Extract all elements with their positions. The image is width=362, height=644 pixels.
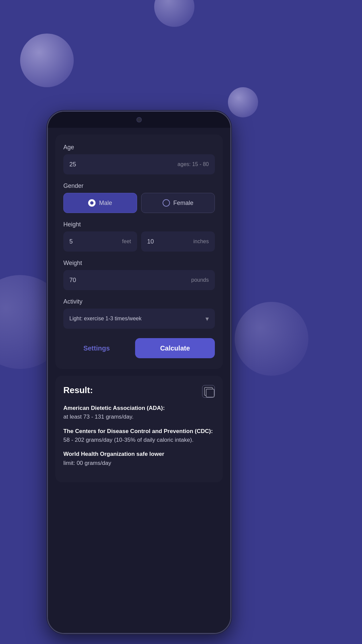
height-inches-input[interactable] — [147, 238, 184, 245]
gender-row: Male Female — [63, 193, 215, 213]
gender-field-group: Gender Male Female — [63, 182, 215, 213]
ada-result: American Dietetic Association (ADA): at … — [63, 404, 215, 422]
age-hint: ages: 15 - 80 — [178, 161, 209, 167]
height-inches-wrapper: inches — [141, 231, 215, 252]
height-row: feet inches — [63, 231, 215, 252]
inches-unit: inches — [193, 238, 209, 245]
weight-label: Weight — [63, 260, 215, 267]
weight-field-group: Weight pounds — [63, 260, 215, 290]
cdc-label: The Centers for Disease Control and Prev… — [63, 428, 213, 434]
gender-male-button[interactable]: Male — [63, 193, 137, 213]
gender-female-button[interactable]: Female — [141, 193, 215, 213]
age-label: Age — [63, 144, 215, 151]
activity-label: Activity — [63, 298, 215, 305]
cdc-value: 58 - 202 grams/day (10-35% of daily calo… — [63, 437, 193, 443]
phone-top-bar — [48, 112, 230, 128]
height-feet-input[interactable] — [69, 238, 106, 245]
decorative-bubble-1 — [20, 34, 74, 87]
height-label: Height — [63, 221, 215, 228]
decorative-bubble-3 — [228, 87, 258, 117]
result-header: Result: — [63, 385, 215, 398]
weight-input-wrapper: pounds — [63, 270, 215, 290]
ada-label: American Dietetic Association (ADA): — [63, 405, 165, 411]
camera-dot — [136, 117, 142, 122]
weight-unit: pounds — [191, 277, 209, 283]
who-partial: limit: 00 grams/day — [63, 460, 111, 466]
who-label: World Health Organization safe lower — [63, 451, 164, 457]
age-field-group: Age ages: 15 - 80 — [63, 144, 215, 174]
activity-dropdown[interactable]: Light: exercise 1-3 times/week ▾ — [63, 309, 215, 329]
chevron-down-icon: ▾ — [205, 315, 209, 323]
copy-button[interactable] — [202, 385, 215, 398]
cdc-result: The Centers for Disease Control and Prev… — [63, 427, 215, 445]
form-card: Age ages: 15 - 80 Gender Male Female — [55, 135, 223, 369]
activity-field-group: Activity Light: exercise 1-3 times/week … — [63, 298, 215, 329]
decorative-bubble-2 — [154, 0, 194, 27]
result-title: Result: — [63, 385, 93, 395]
who-result: World Health Organization safe lower lim… — [63, 450, 215, 468]
feet-unit: feet — [122, 238, 131, 245]
settings-button[interactable]: Settings — [63, 338, 130, 358]
calculate-button[interactable]: Calculate — [135, 338, 215, 358]
gender-male-label: Male — [99, 200, 112, 207]
gender-label: Gender — [63, 182, 215, 190]
gender-female-label: Female — [173, 200, 193, 207]
female-radio-icon — [163, 199, 170, 207]
result-card: Result: American Dietetic Association (A… — [55, 376, 223, 482]
ada-value: at least 73 - 131 grams/day. — [63, 414, 133, 420]
height-feet-wrapper: feet — [63, 231, 137, 252]
age-input[interactable] — [69, 161, 153, 168]
phone-frame: Age ages: 15 - 80 Gender Male Female — [47, 111, 231, 634]
activity-value: Light: exercise 1-3 times/week — [69, 316, 141, 322]
age-input-wrapper: ages: 15 - 80 — [63, 154, 215, 174]
decorative-bubble-5 — [235, 302, 308, 376]
weight-input[interactable] — [69, 277, 153, 284]
buttons-row: Settings Calculate — [63, 338, 215, 358]
male-radio-icon — [88, 199, 96, 207]
phone-content: Age ages: 15 - 80 Gender Male Female — [48, 128, 230, 633]
height-field-group: Height feet inches — [63, 221, 215, 252]
